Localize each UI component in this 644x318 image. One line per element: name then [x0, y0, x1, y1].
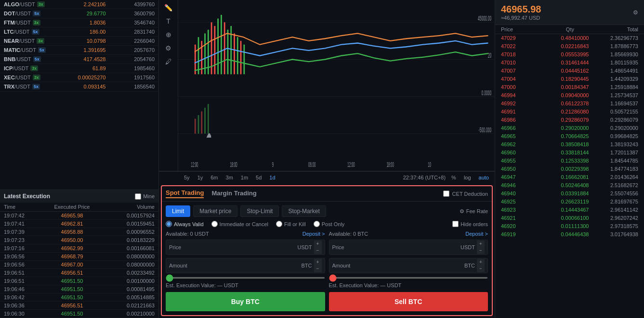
- table-row[interactable]: 46923 0.14443467 2.96141142: [495, 206, 644, 214]
- ask-price: 46992: [501, 101, 539, 106]
- mine-checkbox-container[interactable]: Mine: [135, 193, 155, 200]
- bid-qty: 0.50246408: [546, 182, 589, 188]
- table-row[interactable]: 47000 0.00184347 1.25918884: [495, 83, 644, 91]
- table-row[interactable]: 46950 0.00229398 1.84774183: [495, 165, 644, 173]
- bid-price: 46955: [501, 158, 539, 164]
- list-item[interactable]: FTM/USDT 3x 1.8036 3546740: [0, 18, 158, 27]
- sell-price-input[interactable]: [356, 244, 461, 251]
- sell-deposit-link[interactable]: Deposit >: [465, 231, 488, 237]
- tools-icon[interactable]: ⚙: [165, 44, 171, 52]
- table-row[interactable]: 47029 0.48410000 2.36296773: [495, 34, 644, 42]
- table-row[interactable]: 47018 0.05553995 1.85669930: [495, 51, 644, 59]
- coin-price: 1.8036: [67, 20, 106, 25]
- ask-total: 1.44209329: [595, 76, 638, 82]
- sell-amount-input[interactable]: [356, 262, 465, 269]
- buy-slider[interactable]: [166, 277, 325, 279]
- cet-deduction-checkbox[interactable]: [443, 191, 449, 197]
- btn-3m[interactable]: 3m: [224, 174, 235, 181]
- radio-always-valid[interactable]: Always Valid: [166, 221, 204, 227]
- buy-amount-input[interactable]: [193, 262, 302, 269]
- btn-5y[interactable]: 5y: [182, 174, 192, 181]
- btn-percent[interactable]: %: [449, 174, 458, 181]
- table-row[interactable]: 46960 0.33818144 1.72011387: [495, 149, 644, 157]
- table-row[interactable]: 46920 0.01111300 2.97318575: [495, 222, 644, 230]
- list-item[interactable]: BNB/USDT 5x 417.4528 2054760: [0, 55, 158, 64]
- table-row[interactable]: 47022 0.02216843 1.87886773: [495, 42, 644, 51]
- buy-column: Available: 0 USDT Deposit > Price USDT +…: [166, 231, 325, 311]
- table-row[interactable]: 46919 0.04446438 3.01764938: [495, 230, 644, 239]
- exec-time: 19:06:56: [4, 262, 33, 267]
- bid-total: 0.99684825: [595, 133, 638, 139]
- btn-1m[interactable]: 1m: [239, 174, 250, 181]
- buy-amount-down[interactable]: −: [314, 266, 322, 272]
- coin-name: FTM/USDT 3x: [4, 20, 57, 25]
- buy-price-down[interactable]: −: [314, 247, 322, 254]
- sell-slider[interactable]: [329, 277, 488, 279]
- table-row[interactable]: 47007 0.04445162 1.48654491: [495, 67, 644, 75]
- btn-auto[interactable]: auto: [477, 174, 491, 181]
- hide-orders-checkbox[interactable]: [452, 221, 459, 227]
- tab-margin-trading[interactable]: Margin Trading: [211, 190, 256, 198]
- table-row[interactable]: 46925 0.26623119 2.81697675: [495, 198, 644, 206]
- table-row[interactable]: 46991 0.21286080 0.50572155: [495, 108, 644, 116]
- sell-price-down[interactable]: −: [477, 247, 485, 254]
- exec-price: 46967.00: [33, 262, 111, 267]
- buy-button[interactable]: Buy BTC: [166, 292, 325, 311]
- table-row[interactable]: 46992 0.66122378 1.16694537: [495, 100, 644, 108]
- exec-price: 46965.98: [33, 213, 111, 218]
- radio-fok[interactable]: Fill or Kill: [276, 221, 306, 227]
- table-row[interactable]: 46962 0.38508418 1.38193243: [495, 140, 644, 149]
- table-row[interactable]: 46947 0.16662081 2.01436264: [495, 173, 644, 181]
- btn-6m[interactable]: 6m: [209, 174, 220, 181]
- fee-rate-btn[interactable]: ⚙ Fee Rate: [460, 208, 488, 215]
- mine-checkbox[interactable]: [135, 193, 141, 200]
- buy-price-up[interactable]: +: [314, 241, 322, 247]
- list-item[interactable]: MATIC/USDT 5x 1.391695 2057670: [0, 46, 158, 55]
- btn-market-price[interactable]: Market price: [193, 205, 237, 217]
- btn-log[interactable]: log: [462, 174, 473, 181]
- bid-qty: 0.00066100: [546, 215, 589, 221]
- btn-5d[interactable]: 5d: [254, 174, 263, 181]
- list-item[interactable]: DOT/USDT 5x 29.6770 3600790: [0, 9, 158, 18]
- table-row[interactable]: 46940 0.03391884 2.55074556: [495, 190, 644, 198]
- buy-price-input[interactable]: [193, 244, 298, 251]
- list-item[interactable]: ICP/USDT 3x 61.89 1985460: [0, 64, 158, 73]
- radio-post-only[interactable]: Post Only: [314, 221, 345, 227]
- list-item[interactable]: NEAR/USDT 3x 10.0798 2266040: [0, 37, 158, 46]
- list-item[interactable]: LTC/USDT 5x 186.00 2831740: [0, 27, 158, 37]
- fee-rate-label: Fee Rate: [466, 208, 488, 214]
- btn-1y[interactable]: 1y: [196, 174, 205, 181]
- exec-price: 46951.50: [33, 294, 111, 300]
- btn-stop-market[interactable]: Stop-Market: [282, 205, 326, 217]
- table-row[interactable]: 46986 0.29286079 0.29286079: [495, 116, 644, 124]
- table-row[interactable]: 46921 0.00066100 2.96207242: [495, 214, 644, 222]
- table-row[interactable]: 46965 0.70664825 0.99684825: [495, 132, 644, 140]
- btn-1d[interactable]: 1d: [267, 174, 277, 181]
- btn-stop-limit[interactable]: Stop-Limit: [240, 205, 279, 217]
- radio-ioc[interactable]: Immediate or Cancel: [211, 221, 269, 227]
- cursor-icon[interactable]: ⊕: [166, 31, 171, 38]
- btn-limit[interactable]: Limit: [166, 205, 190, 217]
- text-icon[interactable]: T: [166, 17, 171, 25]
- tab-spot-trading[interactable]: Spot Trading: [166, 189, 204, 198]
- buy-deposit-link[interactable]: Deposit >: [302, 231, 325, 237]
- table-row[interactable]: 46955 0.12533398 1.84544785: [495, 157, 644, 165]
- sell-amount-up[interactable]: +: [477, 259, 485, 266]
- list-item[interactable]: XEC/USDT 3x 0.00025270 1917560: [0, 73, 158, 82]
- pencil-icon[interactable]: ✏️: [164, 4, 172, 12]
- table-row[interactable]: 47010 0.31461444 1.80115935: [495, 59, 644, 67]
- ask-price: 46991: [501, 109, 539, 114]
- eraser-icon[interactable]: 🖊: [165, 58, 172, 65]
- table-row[interactable]: 47004 0.18290445 1.44209329: [495, 75, 644, 83]
- gear-icon[interactable]: ⚙: [633, 9, 638, 16]
- chart-controls-right: 22:37:46 (UTC+8) % log auto: [403, 174, 491, 181]
- table-row[interactable]: 46966 0.29020000 0.29020000: [495, 124, 644, 132]
- table-row[interactable]: 46994 0.09040000 1.25734537: [495, 91, 644, 100]
- list-item[interactable]: TRX/USDT 5x 0.093145 1856540: [0, 82, 158, 91]
- table-row[interactable]: 46946 0.50246408 2.51682672: [495, 181, 644, 190]
- sell-amount-down[interactable]: −: [477, 266, 485, 272]
- sell-button[interactable]: Sell BTC: [329, 292, 488, 311]
- buy-amount-up[interactable]: +: [314, 259, 322, 266]
- list-item[interactable]: ALGO/USDT 3x 2.242106 4399760: [0, 0, 158, 9]
- sell-price-up[interactable]: +: [477, 241, 485, 247]
